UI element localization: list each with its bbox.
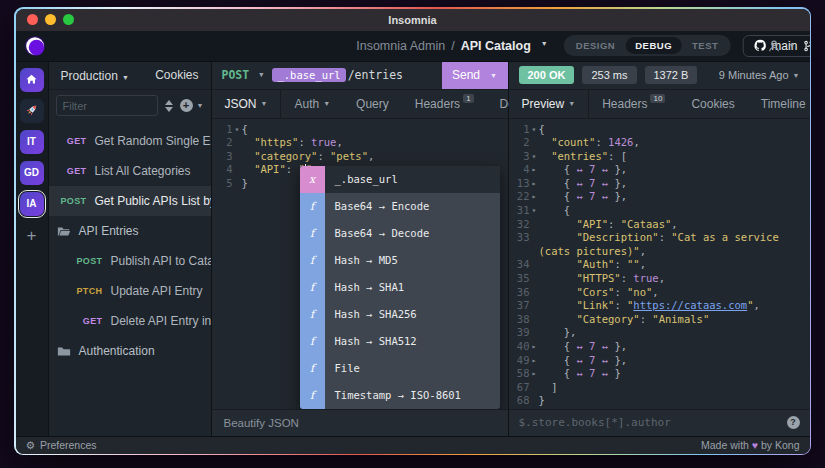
fold-toggle-icon[interactable]: ▸ bbox=[530, 177, 539, 191]
tab-count-badge: 1 bbox=[463, 94, 473, 103]
autocomplete-item-timestamp-iso-8601[interactable]: fTimestamp → ISO-8601 bbox=[300, 382, 500, 409]
fold-toggle-icon[interactable]: ▾ bbox=[530, 123, 539, 137]
gear-icon: ⚙ bbox=[26, 439, 35, 451]
beautify-json-button[interactable]: Beautify JSON bbox=[224, 417, 299, 429]
chevron-down-icon: ▼ bbox=[568, 100, 575, 107]
rail-workspace-rocket[interactable] bbox=[20, 99, 44, 123]
code-line: 40▸ { ↔ 7 ↔ }, bbox=[509, 340, 810, 354]
response-filter-input[interactable] bbox=[519, 416, 779, 429]
autocomplete-item-hash-sha256[interactable]: fHash → SHA256 bbox=[300, 301, 500, 328]
autocomplete-item-base-url[interactable]: x_.base_url bbox=[300, 166, 500, 193]
link[interactable]: https://cataas.com bbox=[633, 299, 747, 311]
tab-request-headers[interactable]: Headers1 bbox=[402, 90, 487, 118]
chevron-down-icon: ▼ bbox=[261, 100, 268, 107]
request-item-delete-api-entry-in-cat[interactable]: GETDelete API Entry in Cat... bbox=[49, 306, 211, 336]
url-bar[interactable]: POST ▼ _.base_url /entries bbox=[212, 68, 442, 82]
fold-toggle-icon[interactable]: ▸ bbox=[530, 163, 539, 177]
filter-help-icon[interactable]: ? bbox=[787, 416, 800, 429]
line-number: 68 bbox=[517, 394, 530, 408]
add-workspace-button[interactable]: + bbox=[27, 226, 37, 246]
rail-workspace-gd[interactable]: GD bbox=[20, 161, 44, 185]
folder-label: Authentication bbox=[79, 344, 155, 358]
cookies-button[interactable]: Cookies bbox=[155, 68, 198, 82]
chevron-down-icon: ▼ bbox=[789, 42, 796, 49]
autocomplete-item-file[interactable]: fFile bbox=[300, 355, 500, 382]
tab-body-json[interactable]: JSON▼ bbox=[212, 90, 282, 118]
tab-response-headers[interactable]: Headers10 bbox=[589, 90, 678, 118]
request-body-editor[interactable]: 1▾{2 "https": true,3 "category": "pets",… bbox=[212, 119, 508, 409]
account-menu[interactable]: ▼ bbox=[767, 39, 796, 53]
tab-preview[interactable]: Preview▼ bbox=[509, 90, 590, 118]
code-line: 67 ] bbox=[509, 381, 810, 395]
request-item-list-all-categories[interactable]: GETList All Categories bbox=[49, 156, 211, 186]
fold-toggle-icon[interactable]: ▸ bbox=[530, 367, 539, 381]
rail-workspace-ia-active[interactable]: IA bbox=[20, 192, 44, 216]
code-line: 38 "Category": "Animals" bbox=[509, 313, 810, 327]
sort-icon[interactable] bbox=[165, 100, 173, 112]
fold-toggle-icon[interactable]: ▾ bbox=[233, 123, 242, 137]
url-path[interactable]: /entries bbox=[348, 68, 403, 82]
line-number: 31 bbox=[517, 204, 530, 218]
sidebar-filter-input[interactable] bbox=[56, 95, 158, 116]
chevron-down-icon[interactable]: ▼ bbox=[541, 40, 552, 51]
request-item-update-api-entry[interactable]: PTCHUpdate API Entry bbox=[49, 276, 211, 306]
tab-auth[interactable]: Auth▼ bbox=[281, 90, 343, 118]
line-number: 38 bbox=[517, 313, 530, 327]
function-icon: f bbox=[300, 328, 325, 355]
tab-timeline[interactable]: Timeline bbox=[748, 90, 810, 118]
folder-item-api-entries[interactable]: API Entries bbox=[49, 216, 211, 246]
code-line: 4▸ { ↔ 7 ↔ }, bbox=[509, 163, 810, 177]
request-label: Get Random Single Entry bbox=[95, 134, 211, 148]
line-number: 34 bbox=[517, 258, 530, 272]
send-button[interactable]: Send ▼ bbox=[442, 62, 508, 89]
folder-item-authentication[interactable]: Authentication bbox=[49, 336, 211, 366]
tab-cookies[interactable]: Cookies bbox=[678, 90, 747, 118]
mode-debug[interactable]: DEBUG bbox=[625, 37, 682, 54]
user-icon bbox=[767, 39, 781, 53]
chevron-down-icon[interactable]: ▼ bbox=[259, 71, 263, 79]
request-label: Delete API Entry in Cat... bbox=[111, 314, 211, 328]
fold-toggle-icon[interactable]: ▾ bbox=[530, 204, 539, 218]
autocomplete-item-base64-decode[interactable]: fBase64 → Decode bbox=[300, 220, 500, 247]
request-item-get-random-single-entry[interactable]: GETGet Random Single Entry bbox=[49, 126, 211, 156]
request-method[interactable]: POST bbox=[222, 68, 250, 82]
breadcrumb-workspace[interactable]: API Catalog bbox=[461, 39, 531, 53]
fold-toggle-icon[interactable]: ▸ bbox=[530, 190, 539, 204]
chevron-down-icon: ▼ bbox=[793, 72, 800, 79]
base-url-template-tag[interactable]: _.base_url bbox=[272, 68, 345, 82]
request-item-get-public-apis-list-by-c[interactable]: POSTGet Public APIs List by C... bbox=[49, 186, 211, 216]
response-history-dropdown[interactable]: 9 Minutes Ago ▼ bbox=[719, 69, 800, 81]
fold-toggle-icon[interactable]: ▾ bbox=[530, 150, 539, 164]
response-pane: 200 OK 253 ms 1372 B 9 Minutes Ago ▼ Pre… bbox=[509, 62, 810, 436]
code-line: 34 "Auth": "", bbox=[509, 258, 810, 272]
git-branch-icon bbox=[802, 40, 809, 52]
request-label: Publish API to Catalog bbox=[111, 254, 211, 268]
line-number: 67 bbox=[517, 381, 530, 395]
preferences-button[interactable]: ⚙ Preferences bbox=[26, 439, 97, 451]
function-icon: f bbox=[300, 193, 325, 220]
autocomplete-item-hash-md5[interactable]: fHash → MD5 bbox=[300, 247, 500, 274]
environment-selector[interactable]: Production▼ bbox=[61, 66, 129, 84]
breadcrumb-project[interactable]: Insomnia Admin bbox=[356, 39, 445, 53]
fold-toggle-icon[interactable]: ▸ bbox=[530, 340, 539, 354]
mode-test[interactable]: TEST bbox=[682, 37, 728, 54]
autocomplete-item-hash-sha1[interactable]: fHash → SHA1 bbox=[300, 274, 500, 301]
rail-home-button[interactable] bbox=[20, 68, 44, 92]
tab-query[interactable]: Query bbox=[343, 90, 402, 118]
fold-toggle-icon[interactable]: ▸ bbox=[530, 354, 539, 368]
line-number: 39 bbox=[517, 326, 530, 340]
autocomplete-item-base64-encode[interactable]: fBase64 → Encode bbox=[300, 193, 500, 220]
rail-workspace-it[interactable]: IT bbox=[20, 130, 44, 154]
response-body-viewer[interactable]: 1▾{2 "count": 1426,3▾ "entries": [4▸ { ↔… bbox=[509, 119, 810, 409]
line-number: 5 bbox=[226, 177, 232, 191]
tab-count-badge: 10 bbox=[650, 94, 665, 103]
create-request-button[interactable]: +▼ bbox=[180, 99, 204, 112]
response-time-badge: 253 ms bbox=[582, 66, 636, 84]
mode-design[interactable]: DESIGN bbox=[566, 37, 625, 54]
request-list: GETGet Random Single EntryGETList All Ca… bbox=[49, 122, 211, 436]
request-item-publish-api-to-catalog[interactable]: POSTPublish API to Catalog bbox=[49, 246, 211, 276]
heart-icon: ♥ bbox=[752, 439, 758, 451]
request-tabs: JSON▼Auth▼QueryHeaders1Docs bbox=[212, 90, 508, 119]
request-label: List All Categories bbox=[95, 164, 191, 178]
autocomplete-item-hash-sha512[interactable]: fHash → SHA512 bbox=[300, 328, 500, 355]
